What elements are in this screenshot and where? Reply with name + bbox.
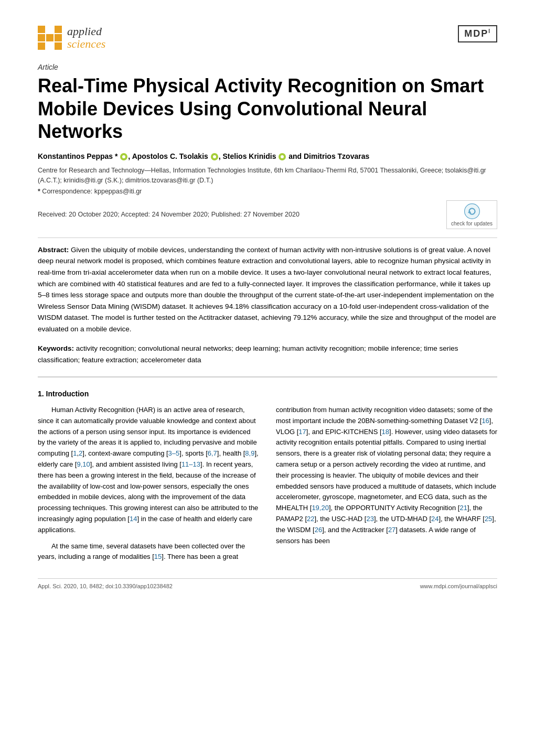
ref-link-16[interactable]: 16 bbox=[482, 417, 489, 425]
orcid-icon-krinidis bbox=[279, 153, 286, 160]
logo-cell bbox=[55, 34, 62, 41]
affiliation-text: Centre for Research and Technology—Hella… bbox=[38, 166, 497, 186]
abstract-section: Abstract: Given the ubiquity of mobile d… bbox=[38, 244, 497, 335]
journal-logo: applied sciences bbox=[38, 25, 105, 50]
ref-link-14[interactable]: 14 bbox=[130, 515, 137, 523]
footer-left: Appl. Sci. 2020, 10, 8482; doi:10.3390/a… bbox=[38, 583, 173, 589]
svg-point-0 bbox=[464, 203, 479, 219]
abstract-text: Given the ubiquity of mobile devices, un… bbox=[38, 246, 496, 333]
ref-link-2[interactable]: 2 bbox=[79, 449, 82, 457]
mdpi-label: MDPI bbox=[464, 28, 491, 39]
keywords-label: Keywords: bbox=[38, 344, 74, 352]
ref-link-15[interactable]: 15 bbox=[154, 553, 162, 560]
footer-right: www.mdpi.com/journal/applsci bbox=[420, 583, 497, 589]
page: applied sciences MDPI Article Real-Time … bbox=[0, 0, 535, 756]
body-content: 1. Introduction Human Activity Recogniti… bbox=[38, 388, 497, 563]
section1-paragraph1: Human Activity Recognition (HAR) is an a… bbox=[38, 405, 259, 536]
correspondence-content: Correspondence: kppeppas@iti.gr bbox=[42, 188, 142, 195]
ref-link-25[interactable]: 25 bbox=[485, 515, 492, 523]
ref-link-19-20[interactable]: 19,20 bbox=[312, 504, 329, 512]
ref-link-18[interactable]: 18 bbox=[382, 428, 389, 436]
abstract-label: Abstract: bbox=[38, 246, 69, 254]
page-header: applied sciences MDPI bbox=[38, 25, 497, 50]
logo-cell bbox=[46, 34, 54, 41]
ref-link-3-5[interactable]: 3–5 bbox=[168, 449, 180, 457]
section1-heading: 1. Introduction bbox=[38, 388, 497, 399]
logo-cell bbox=[38, 42, 45, 50]
author-tzovaras: and Dimitrios Tzovaras bbox=[288, 152, 369, 160]
check-updates-icon bbox=[464, 203, 480, 220]
logo-cell bbox=[38, 34, 45, 41]
ref-link-11-13[interactable]: 11–13 bbox=[181, 460, 200, 468]
divider-after-received bbox=[38, 237, 497, 238]
journal-name: applied sciences bbox=[67, 25, 105, 50]
ref-link-9-10[interactable]: 9,10 bbox=[77, 460, 90, 468]
check-for-updates-badge[interactable]: check for updates bbox=[446, 200, 497, 229]
orcid-icon-tsolakis bbox=[211, 153, 218, 160]
author-krinidis: Stelios Krinidis bbox=[223, 152, 279, 160]
orcid-icon-peppas bbox=[120, 153, 127, 160]
check-updates-label: check for updates bbox=[451, 221, 493, 226]
logo-cell bbox=[46, 42, 54, 50]
ref-link-23[interactable]: 23 bbox=[366, 515, 373, 523]
ref-link-1[interactable]: 1 bbox=[73, 449, 77, 457]
ref-link-27[interactable]: 27 bbox=[388, 526, 395, 534]
logo-cell bbox=[55, 42, 62, 50]
correspondence-asterisk: * bbox=[38, 188, 40, 195]
section-divider bbox=[38, 376, 497, 377]
authors-line: Konstantinos Peppas * , Apostolos C. Tso… bbox=[38, 152, 497, 160]
ref-link-26[interactable]: 26 bbox=[315, 526, 322, 534]
logo-cell bbox=[55, 26, 62, 33]
ref-link-22[interactable]: 22 bbox=[307, 515, 314, 523]
logo-grid-icon bbox=[38, 26, 62, 50]
logo-cell bbox=[38, 26, 45, 33]
ref-link-17[interactable]: 17 bbox=[298, 428, 306, 436]
received-line: Received: 20 October 2020; Accepted: 24 … bbox=[38, 200, 497, 229]
ref-link-24[interactable]: 24 bbox=[431, 515, 438, 523]
keywords-section: Keywords: activity recognition; convolut… bbox=[38, 343, 497, 365]
article-title: Real-Time Physical Activity Recognition … bbox=[38, 74, 497, 143]
affiliation-content: Centre for Research and Technology—Hella… bbox=[38, 167, 486, 184]
correspondence-text: * Correspondence: kppeppas@iti.gr bbox=[38, 188, 497, 195]
keywords-text: activity recognition; convolutional neur… bbox=[38, 344, 458, 364]
logo-cell bbox=[46, 26, 54, 33]
received-text: Received: 20 October 2020; Accepted: 24 … bbox=[38, 211, 299, 218]
ref-link-21[interactable]: 21 bbox=[459, 504, 467, 512]
ref-link-6-7[interactable]: 6,7 bbox=[208, 449, 217, 457]
author-peppas: Konstantinos Peppas * bbox=[38, 152, 117, 160]
journal-applied-label: applied bbox=[67, 25, 105, 38]
author-tsolakis: Apostolos C. Tsolakis bbox=[132, 152, 210, 160]
article-type-label: Article bbox=[38, 63, 497, 71]
journal-sciences-label: sciences bbox=[67, 38, 105, 50]
page-footer: Appl. Sci. 2020, 10, 8482; doi:10.3390/a… bbox=[38, 578, 497, 589]
ref-link-8-9[interactable]: 8,9 bbox=[245, 449, 254, 457]
mdpi-logo: MDPI bbox=[458, 25, 497, 42]
